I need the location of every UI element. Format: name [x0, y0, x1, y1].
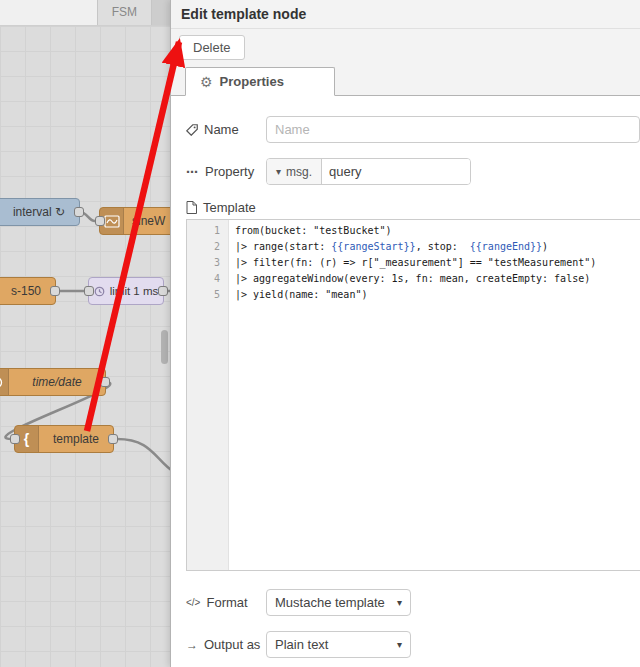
tag-icon [186, 124, 198, 136]
node-interval[interactable]: interval ↻ [0, 198, 80, 226]
node-label: sineW [124, 214, 173, 228]
dialog-toolbar: Delete [171, 29, 640, 62]
property-type-button[interactable]: ▾ msg. [267, 159, 322, 184]
code-line: 1from(bucket: "testBucket") [187, 223, 640, 239]
delete-button[interactable]: Delete [179, 35, 245, 60]
code-format-icon: </> [186, 597, 200, 608]
timer-icon [94, 286, 105, 297]
wires-layer [0, 0, 170, 667]
format-row: </> Format Mustache template ▾ [186, 589, 640, 616]
output-port[interactable] [100, 377, 110, 387]
name-label: Name [186, 122, 266, 137]
format-select[interactable]: Mustache template ▾ [266, 589, 411, 616]
tab-properties-label: Properties [220, 74, 284, 89]
dialog-tabbar: ⚙ Properties [171, 62, 640, 96]
output-port[interactable] [158, 286, 168, 296]
property-type-prefix: msg. [286, 165, 312, 179]
flow-canvas[interactable]: FSM interval ↻ sineW s-150 [0, 0, 170, 667]
property-label: ⋯ Property [186, 164, 266, 179]
chevron-down-icon: ▾ [397, 639, 402, 650]
node-label: limit 1 ms [105, 285, 163, 297]
property-input[interactable] [322, 159, 470, 184]
file-icon [186, 201, 197, 214]
wire[interactable] [117, 439, 174, 472]
output-port[interactable] [108, 434, 118, 444]
property-row: ⋯ Property ▾ msg. [186, 158, 640, 185]
name-row: Name [186, 116, 640, 143]
output-select-value: Plain text [275, 637, 328, 652]
node-label: time/date [9, 375, 105, 389]
property-typed-input: ▾ msg. [266, 158, 471, 185]
edit-dialog: Edit template node Delete ⚙ Properties N… [170, 0, 640, 667]
caret-down-icon: ▾ [276, 166, 281, 177]
node-sinewave[interactable]: sineW [99, 207, 174, 235]
input-port[interactable] [10, 434, 20, 444]
node-limit[interactable]: limit 1 ms [88, 277, 164, 305]
template-editor-lines: 1from(bucket: "testBucket")2|> range(sta… [187, 220, 640, 303]
code-line: 5|> yield(name: "mean") [187, 287, 640, 303]
format-label: </> Format [186, 595, 266, 610]
dialog-title: Edit template node [171, 0, 640, 29]
node-label: s-150 [0, 284, 55, 298]
output-select[interactable]: Plain text ▾ [266, 631, 411, 658]
name-input[interactable] [266, 116, 640, 143]
format-select-value: Mustache template [275, 595, 385, 610]
template-label-row: Template [186, 200, 640, 215]
arrow-right-icon: → [186, 638, 198, 652]
gear-icon: ⚙ [200, 74, 213, 90]
node-label: interval ↻ [0, 205, 79, 219]
dialog-form: Name ⋯ Property ▾ msg. [171, 96, 640, 658]
template-code-editor[interactable]: 1from(bucket: "testBucket")2|> range(sta… [186, 219, 640, 571]
tab-properties[interactable]: ⚙ Properties [185, 67, 335, 96]
node-timedate[interactable]: time/date [0, 368, 106, 396]
output-label: → Output as [186, 637, 266, 652]
node-template[interactable]: { template [14, 425, 114, 453]
node-s150[interactable]: s-150 [0, 277, 56, 305]
code-line: 3|> filter(fn: (r) => r["_measurement"] … [187, 255, 640, 271]
code-line: 2|> range(start: {{rangeStart}}, stop: {… [187, 239, 640, 255]
input-port[interactable] [84, 286, 94, 296]
input-port[interactable] [95, 216, 105, 226]
output-port[interactable] [74, 207, 84, 217]
clock-icon [0, 369, 9, 395]
node-label: template [39, 432, 113, 446]
screen: FSM interval ↻ sineW s-150 [0, 0, 640, 667]
chevron-down-icon: ▾ [397, 597, 402, 608]
template-label: Template [186, 200, 256, 215]
ellipsis-icon: ⋯ [186, 165, 199, 179]
code-line: 4|> aggregateWindow(every: 1s, fn: mean,… [187, 271, 640, 287]
output-row: → Output as Plain text ▾ [186, 631, 640, 658]
output-port[interactable] [50, 286, 60, 296]
canvas-vertical-scrollbar[interactable] [161, 330, 168, 364]
